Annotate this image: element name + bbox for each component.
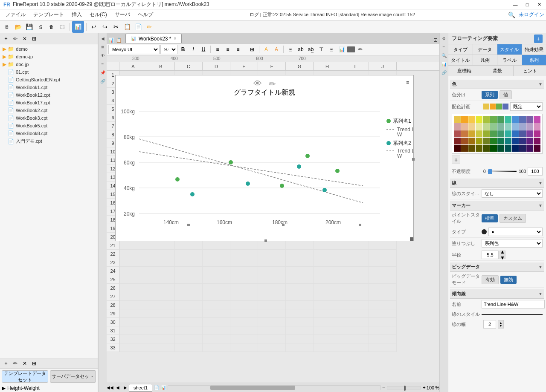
grid-cell[interactable] bbox=[230, 335, 258, 343]
icon-link[interactable]: 🔗 bbox=[99, 78, 106, 84]
menu-cell[interactable]: セル(C) bbox=[86, 10, 110, 19]
grid-cell[interactable] bbox=[314, 318, 341, 326]
grid-cell[interactable] bbox=[175, 335, 203, 343]
grid-cell[interactable] bbox=[258, 267, 286, 275]
color-swatch[interactable] bbox=[490, 145, 497, 152]
subtab-axis[interactable]: 座標軸 bbox=[448, 66, 481, 76]
open-btn[interactable]: 📂 bbox=[13, 22, 23, 32]
add-color-btn[interactable]: + bbox=[452, 156, 460, 164]
grid-cell[interactable] bbox=[147, 258, 175, 267]
grid-cell[interactable] bbox=[119, 267, 147, 275]
color-swatch[interactable] bbox=[483, 130, 490, 137]
grid-cell[interactable] bbox=[286, 241, 314, 250]
grid-cell[interactable] bbox=[314, 275, 341, 284]
login-btn[interactable]: 未ログイン bbox=[519, 11, 544, 18]
menu-template[interactable]: テンプレート bbox=[30, 10, 67, 19]
spinner-up[interactable]: ▲ bbox=[500, 249, 505, 255]
text-wrap-btn[interactable]: ab bbox=[296, 45, 305, 54]
sidebar-delete-btn[interactable]: ✕ bbox=[20, 35, 29, 43]
grid-cell[interactable] bbox=[119, 292, 147, 301]
grid-cell[interactable] bbox=[203, 326, 230, 335]
tree-item-wb2[interactable]: 📄 WorkBook2.cpt bbox=[1, 107, 97, 114]
grid-cell[interactable] bbox=[258, 250, 286, 258]
grid-cell[interactable] bbox=[203, 318, 230, 326]
font-size-select[interactable]: 9.0 bbox=[160, 45, 177, 54]
menu-server[interactable]: サーバ bbox=[111, 10, 134, 19]
color-swatch[interactable] bbox=[512, 138, 519, 144]
server-ds-btn[interactable]: サーバデータセット bbox=[50, 370, 96, 383]
grid-cell[interactable] bbox=[314, 301, 341, 309]
grid-cell[interactable] bbox=[147, 318, 175, 326]
icon-eye[interactable]: 👁 bbox=[99, 52, 106, 59]
chart-btn[interactable]: 📊 bbox=[337, 45, 346, 54]
grid-cell[interactable] bbox=[203, 292, 230, 301]
grid-cell[interactable] bbox=[341, 309, 369, 318]
border-btn[interactable]: ⊟ bbox=[286, 45, 295, 54]
bold-btn[interactable]: B bbox=[178, 45, 188, 54]
sidebar-edit-btn[interactable]: ✏ bbox=[11, 35, 20, 43]
icon-layers[interactable]: ≡ bbox=[99, 61, 106, 67]
color-swatch[interactable] bbox=[468, 116, 475, 123]
color-swatch[interactable] bbox=[526, 130, 533, 137]
tree-item-wb12[interactable]: 📄 WorkBook12.cpt bbox=[1, 91, 97, 99]
bg-color-btn[interactable]: A bbox=[261, 45, 271, 54]
tree-item-wb5[interactable]: 📄 WorkBook5.cpt bbox=[1, 122, 97, 130]
grid-cell[interactable] bbox=[341, 335, 369, 343]
grid-cell[interactable] bbox=[203, 258, 230, 267]
grid-cell[interactable] bbox=[147, 326, 175, 335]
color-swatch[interactable] bbox=[497, 145, 504, 152]
grid-cell[interactable] bbox=[258, 335, 286, 343]
grid-cell[interactable] bbox=[369, 335, 397, 343]
pen-btn[interactable]: ✏ bbox=[356, 45, 365, 54]
trend-width-input[interactable] bbox=[483, 320, 496, 329]
icon-arrow[interactable]: ◀ bbox=[99, 35, 106, 42]
sheet-back-btn[interactable]: ◀ bbox=[114, 384, 121, 391]
color-swatch[interactable] bbox=[526, 123, 533, 130]
grid-cell[interactable] bbox=[258, 309, 286, 318]
grid-cell[interactable] bbox=[230, 301, 258, 309]
color-swatch[interactable] bbox=[534, 145, 540, 152]
grid-cell[interactable] bbox=[175, 275, 203, 284]
grid-cell[interactable] bbox=[175, 318, 203, 326]
color-swatch[interactable] bbox=[519, 123, 526, 130]
grid-cell[interactable] bbox=[147, 284, 175, 292]
tab-type[interactable]: タイプ bbox=[448, 44, 473, 55]
color-swatch[interactable] bbox=[454, 130, 461, 137]
merge-btn[interactable]: ⊞ bbox=[247, 45, 257, 54]
grid-cell[interactable] bbox=[258, 241, 286, 250]
trend-name-input[interactable] bbox=[482, 300, 545, 308]
color-swatch[interactable] bbox=[534, 130, 540, 137]
opacity-input[interactable] bbox=[528, 167, 543, 176]
grid-cell[interactable] bbox=[369, 292, 397, 301]
grid-cell[interactable] bbox=[119, 343, 147, 352]
tree-item-wb17[interactable]: 📄 WorkBook17.cpt bbox=[1, 99, 97, 107]
resize-handle-right[interactable] bbox=[412, 158, 415, 161]
sidebar-expand-btn[interactable]: ⊞ bbox=[30, 35, 38, 43]
grid-cell[interactable] bbox=[286, 258, 314, 267]
grid-cell[interactable] bbox=[230, 250, 258, 258]
font-color-btn[interactable]: A bbox=[272, 45, 281, 54]
ds-add-btn[interactable]: ＋ bbox=[2, 359, 10, 368]
spinner-down[interactable]: ▼ bbox=[500, 255, 505, 261]
paste-btn[interactable]: 📋 bbox=[122, 22, 132, 32]
subtab-bg[interactable]: 背景 bbox=[481, 66, 514, 76]
chart-menu-btn[interactable]: ≡ bbox=[406, 80, 409, 86]
color-swatch[interactable] bbox=[534, 116, 540, 123]
copy-cell-btn[interactable]: ⬚ bbox=[57, 22, 67, 32]
color-swatch[interactable] bbox=[483, 145, 490, 152]
underline-btn[interactable]: U bbox=[199, 45, 208, 54]
color-swatch[interactable] bbox=[497, 138, 504, 144]
subtab-label[interactable]: ラベル bbox=[497, 55, 522, 65]
grid-cell[interactable] bbox=[230, 267, 258, 275]
color-swatch[interactable] bbox=[526, 145, 533, 152]
maximize-btn[interactable]: □ bbox=[524, 1, 531, 8]
grid-cell[interactable] bbox=[230, 284, 258, 292]
radius-spinner-btn[interactable]: ▲ ▼ bbox=[500, 251, 505, 259]
delete-btn[interactable]: 🗑 bbox=[46, 22, 56, 32]
grid-cell[interactable] bbox=[147, 241, 175, 250]
color-by-series-btn[interactable]: 系列 bbox=[482, 91, 498, 99]
grid-cell[interactable] bbox=[258, 275, 286, 284]
grid-cell[interactable] bbox=[147, 343, 175, 352]
grid-cell[interactable] bbox=[203, 309, 230, 318]
grid-cell[interactable] bbox=[258, 343, 286, 352]
